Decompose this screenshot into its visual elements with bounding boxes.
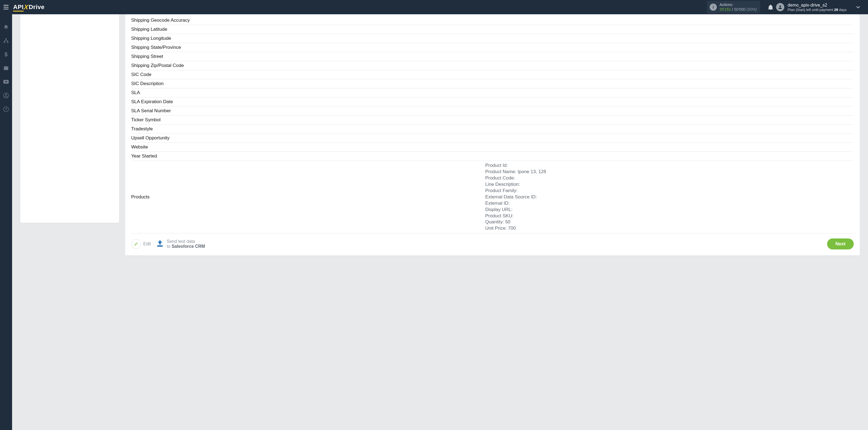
field-row: Tradestyle: [131, 125, 854, 134]
edit-button[interactable]: [131, 239, 141, 249]
field-name: Shipping Zip/Postal Code: [131, 61, 485, 70]
field-value: [485, 70, 854, 79]
nav-video[interactable]: [0, 78, 12, 86]
field-row: Upsell Opportunity: [131, 134, 854, 143]
briefcase-icon: [3, 66, 9, 70]
home-icon: [3, 24, 9, 30]
mapping-panel: Shipping Geocode AccuracyShipping Latitu…: [125, 14, 860, 255]
top-header: API X Drive i Actions: 25'151 / 50'000 (…: [0, 0, 868, 14]
field-name: Shipping Latitude: [131, 25, 485, 34]
left-panel: [20, 14, 119, 223]
field-name: SLA Expiration Date: [131, 97, 485, 106]
svg-rect-1: [5, 38, 7, 39]
field-name: Shipping Geocode Accuracy: [131, 16, 485, 25]
nav-account[interactable]: [0, 91, 12, 100]
actions-used: 25'151: [719, 7, 731, 11]
field-name: SLA: [131, 88, 485, 97]
product-line: Product SKU:: [485, 213, 854, 219]
field-row: Shipping Longitude: [131, 34, 854, 43]
notifications-button[interactable]: [765, 0, 776, 14]
svg-rect-2: [4, 41, 5, 42]
hamburger-icon: [3, 5, 9, 10]
next-button[interactable]: Next: [827, 239, 854, 249]
logo-drive: Drive: [29, 4, 45, 11]
field-row: SIC Code: [131, 70, 854, 79]
field-name: Shipping State/Province: [131, 43, 485, 52]
actions-pct: (50%): [747, 7, 757, 11]
svg-text:?: ?: [5, 107, 7, 111]
plan-days: 29: [834, 8, 838, 12]
product-line: Quantity: 50: [485, 219, 854, 225]
youtube-icon: [3, 80, 9, 84]
field-row: Shipping Zip/Postal Code: [131, 61, 854, 70]
nav-billing[interactable]: $: [0, 50, 12, 59]
avatar-icon: [776, 3, 784, 11]
field-name: Website: [131, 143, 485, 152]
field-name: Upsell Opportunity: [131, 134, 485, 143]
field-value: [485, 143, 854, 152]
field-row: Shipping State/Province: [131, 43, 854, 52]
nav-help[interactable]: ?: [0, 105, 12, 114]
field-row: Shipping Latitude: [131, 25, 854, 34]
bell-icon: [768, 4, 773, 10]
user-name: demo_apix-drive_s2: [787, 3, 846, 8]
product-line: Product Name: Ipone 13, 128: [485, 169, 854, 175]
plan-days-suffix: days: [838, 8, 846, 12]
nav-connections[interactable]: [0, 36, 12, 45]
products-row: ProductsProduct Id:Product Name: Ipone 1…: [131, 161, 854, 234]
product-line: Product Code:: [485, 175, 854, 181]
field-row: Shipping Geocode Accuracy: [131, 16, 854, 25]
field-value: [485, 134, 854, 143]
upload-icon: [156, 240, 164, 248]
menu-toggle-button[interactable]: [0, 0, 12, 14]
send-test-label: Send test data to Salesforce CRM: [167, 239, 205, 249]
side-rail: $ ?: [0, 14, 12, 430]
sitemap-icon: [3, 38, 9, 43]
user-menu[interactable]: demo_apix-drive_s2 Plan |Start| left unt…: [776, 3, 868, 12]
field-value: [485, 152, 854, 161]
logo-x-icon: X: [23, 3, 29, 11]
nav-briefcase[interactable]: [0, 64, 12, 72]
svg-rect-10: [157, 245, 163, 247]
send-test-button[interactable]: Send test data to Salesforce CRM: [156, 239, 205, 249]
nav-home[interactable]: [0, 23, 12, 31]
actions-counter[interactable]: i Actions: 25'151 / 50'000 (50%): [707, 1, 760, 13]
svg-point-7: [5, 94, 7, 95]
user-plan: Plan |Start| left until payment 29 days: [787, 8, 846, 12]
field-row: Shipping Street: [131, 52, 854, 61]
field-name: Shipping Longitude: [131, 34, 485, 43]
field-value: [485, 34, 854, 43]
field-value: [485, 97, 854, 106]
field-value: [485, 25, 854, 34]
product-line: Line Description:: [485, 181, 854, 188]
products-label: Products: [131, 161, 485, 234]
field-value: [485, 61, 854, 70]
field-row: Website: [131, 143, 854, 152]
svg-point-0: [779, 5, 781, 7]
info-icon: i: [710, 4, 717, 11]
product-line: External ID:: [485, 200, 854, 207]
field-name: Shipping Street: [131, 52, 485, 61]
product-line: External Data Source ID:: [485, 194, 854, 200]
send-line1: Send test data: [167, 239, 205, 244]
field-name: Year Started: [131, 152, 485, 161]
field-value: [485, 88, 854, 97]
field-table: Shipping Geocode AccuracyShipping Latitu…: [131, 16, 854, 234]
send-line2-target: Salesforce CRM: [172, 244, 205, 249]
field-name: Ticker Symbol: [131, 116, 485, 125]
chevron-down-icon: [856, 5, 860, 9]
logo-api: API: [13, 4, 24, 11]
field-name: SIC Code: [131, 70, 485, 79]
field-value: [485, 125, 854, 134]
field-value: [485, 116, 854, 125]
field-row: SLA Serial Number: [131, 106, 854, 116]
product-line: Display URL:: [485, 207, 854, 213]
field-row: Ticker Symbol: [131, 116, 854, 125]
actions-limit: 50'000: [734, 7, 746, 11]
svg-text:$: $: [4, 51, 7, 57]
question-icon: ?: [3, 106, 9, 112]
field-value: [485, 79, 854, 88]
edit-label: Edit: [143, 242, 151, 246]
logo[interactable]: API X Drive: [13, 0, 44, 14]
product-line: Product Id:: [485, 162, 854, 169]
